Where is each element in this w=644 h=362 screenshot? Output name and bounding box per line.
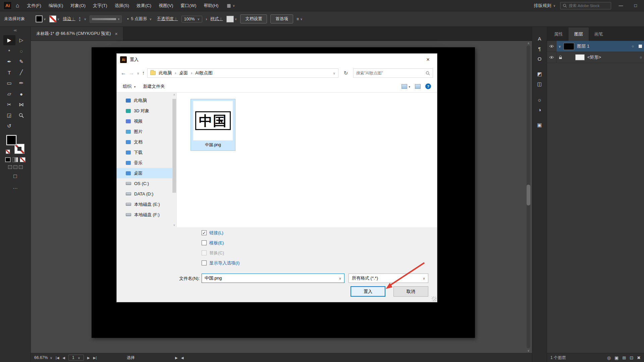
graphic-styles-panel-icon[interactable]: ◩ [532,69,547,79]
sidebar-item-os-c[interactable]: OS (C:) [117,178,176,189]
artboards-panel-icon[interactable]: ▣ [532,120,547,130]
scale-tool[interactable]: ◲ [3,110,15,120]
layer-visibility-toggle[interactable] [547,41,556,52]
sidebar-item-data-d[interactable]: DATA (D:) [117,189,176,199]
sidebar-item-disk-f[interactable]: 本地磁盘 (F:) [117,209,176,220]
selection-tool[interactable]: ▶ [3,35,15,45]
rotate-tool[interactable]: ↺ [3,121,15,131]
sidebar-item-downloads[interactable]: 下载 [117,147,176,158]
minimize-button[interactable]: — [616,3,626,8]
sidebar-item-pictures[interactable]: 图片 [117,126,176,137]
opacity-expand-icon[interactable]: › [206,17,207,21]
preview-pane-icon[interactable] [415,84,421,89]
pen-tool[interactable]: ✒ [3,57,15,67]
sidebar-item-disk-e[interactable]: 本地磁盘 (E:) [117,199,176,209]
sidebar-scrollbar[interactable]: ∧ ∨ [172,93,176,227]
dialog-search-box[interactable] [353,68,433,78]
scrollbar-track[interactable] [527,46,530,348]
menu-help[interactable]: 帮助(H) [200,0,222,11]
brush-definition-dropdown[interactable]: • 5 点圆形 ∨ [125,15,154,22]
stroke-weight-stepper[interactable]: ∧∨ [79,17,81,21]
layer-target-icon[interactable]: ○ [632,44,634,48]
scissors-tool[interactable]: ✂ [3,100,15,110]
stroke-swatch[interactable] [49,15,56,22]
sublayer-visibility-toggle[interactable] [547,52,556,63]
forward-icon[interactable]: → [129,70,134,76]
draw-inside-icon[interactable] [19,165,23,169]
delete-layer-icon[interactable]: ✖ [637,355,641,360]
checkbox-unchecked[interactable] [202,260,207,265]
scroll-up-icon[interactable]: ∧ [173,93,175,96]
style-dropdown[interactable]: ∨ [226,16,237,22]
color-mode-button[interactable] [5,157,11,162]
draw-normal-icon[interactable] [8,165,12,169]
illustrator-logo[interactable]: Ai [3,1,12,10]
brushes-panel-icon[interactable]: ☼ [532,95,547,105]
fill-stroke-swatches[interactable] [6,135,25,154]
previous-artboard-icon[interactable]: ◀ [62,356,65,360]
sublayer-row-main[interactable]: <矩形> ○ [565,52,644,63]
gradient-mode-button[interactable] [12,157,18,162]
new-layer-icon[interactable]: ⊡ [630,355,633,360]
layer-thumbnail[interactable] [564,43,574,50]
sublayer-row[interactable]: <矩形> ○ [547,52,644,63]
opacity-label[interactable]: 不透明度： [157,16,178,22]
none-mode-button[interactable] [20,157,25,162]
sidebar-item-desktop[interactable]: 桌面 [117,168,176,178]
blob-brush-tool[interactable]: ● [15,89,28,99]
style-label[interactable]: 样式： [210,16,223,22]
shaper-tool[interactable]: ▱ [3,89,15,99]
magic-wand-tool[interactable]: * [3,46,15,56]
dialog-close-icon[interactable]: × [422,56,434,63]
tab-brushes[interactable]: 画笔 [589,27,609,41]
rectangle-tool[interactable]: ▭ [3,78,15,88]
line-segment-tool[interactable]: ╱ [15,67,28,77]
menu-select[interactable]: 选择(S) [111,0,133,11]
align-options-dropdown[interactable]: ≡ ∨ [297,17,303,21]
checkbox-unchecked[interactable] [202,240,207,245]
scroll-up-icon[interactable]: ∧ [527,42,530,45]
menu-window[interactable]: 窗口(W) [177,0,200,11]
stroke-weight-label[interactable]: 描边： [63,16,75,22]
filename-input[interactable] [202,276,336,281]
default-swatches-icon[interactable] [6,149,10,154]
layer-row-main[interactable]: ∨ 图层 1 ○ [556,41,644,52]
refresh-icon[interactable]: ↻ [341,68,351,78]
close-tab-icon[interactable]: × [115,31,117,37]
menu-edit[interactable]: 编辑(E) [45,0,67,11]
layer-row[interactable]: ∨ 图层 1 ○ [547,41,644,52]
option-link[interactable]: ✓ 链接(L) [202,229,239,236]
fill-swatch[interactable] [36,15,43,22]
tab-layers[interactable]: 图层 [569,27,589,41]
step-down-icon[interactable]: ∨ [79,19,81,21]
collapse-tools-icon[interactable]: ≪ [0,27,31,32]
sidebar-item-this-pc[interactable]: 此电脑 [117,95,176,106]
character-panel-icon[interactable]: A [532,34,547,44]
sublayer-thumbnail[interactable] [575,54,585,60]
paragraph-panel-icon[interactable]: ¶ [532,44,547,54]
lasso-tool[interactable]: ◌ [15,46,28,56]
scrollbar-thumb[interactable] [527,185,530,205]
dialog-search-input[interactable] [356,71,424,75]
chevron-down-icon[interactable]: ∨ [336,277,344,280]
direct-selection-tool[interactable]: ▷ [15,35,28,45]
next-artboard-icon[interactable]: ▶ [87,356,90,360]
workspace-switcher[interactable]: ▦ ∨ [227,3,235,8]
back-icon[interactable]: ← [121,70,126,76]
zoom-tool[interactable] [15,110,28,120]
menu-view[interactable]: 视图(V) [155,0,177,11]
edit-toolbar-icon[interactable]: … [0,184,31,190]
status-collapse-icon[interactable]: ◀ [181,356,184,360]
width-profile-dropdown[interactable]: ▾ [90,15,122,23]
sidebar-item-3d-objects[interactable]: 3D 对象 [117,106,176,116]
option-show-import-options[interactable]: 显示导入选项(I) [202,259,239,266]
artboard-number-dropdown[interactable]: 1 ∨ [68,355,84,361]
adobe-stock-search[interactable] [560,2,611,9]
menu-object[interactable]: 对象(O) [67,0,89,11]
checkbox-checked[interactable]: ✓ [202,230,207,235]
status-expand-icon[interactable]: ▶ [175,356,178,360]
stroke-color-control[interactable]: ∨ [49,15,60,22]
address-dropdown-icon[interactable]: ∨ [333,71,335,75]
new-sublayer-icon[interactable]: ⊞ [622,355,626,360]
history-dropdown-icon[interactable]: ∨ [137,71,139,75]
